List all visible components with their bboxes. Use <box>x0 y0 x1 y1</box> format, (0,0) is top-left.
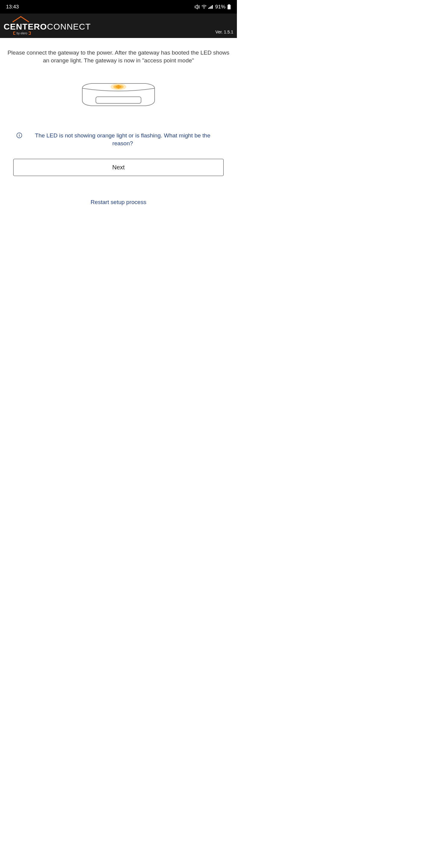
logo-subtitle: by elero <box>17 32 27 35</box>
svg-rect-12 <box>19 135 20 137</box>
mute-icon <box>195 4 200 9</box>
logo-bracket-right-icon <box>28 32 31 35</box>
signal-icon <box>208 5 213 9</box>
info-icon <box>16 132 22 138</box>
svg-rect-5 <box>228 4 230 5</box>
logo-sub-container: by elero <box>4 31 31 35</box>
logo-light: CONNECT <box>47 22 91 31</box>
svg-rect-3 <box>211 6 212 9</box>
logo-bracket-left-icon <box>13 32 16 35</box>
status-icons <box>195 4 213 9</box>
version-text: Ver. 1.5.1 <box>216 30 233 34</box>
svg-rect-1 <box>208 8 209 9</box>
status-time: 13:43 <box>6 4 19 10</box>
logo-roof-icon <box>12 16 30 23</box>
svg-rect-4 <box>212 5 213 9</box>
restart-link[interactable]: Restart setup process <box>7 199 230 206</box>
instruction-text: Please connect the gateway to the power.… <box>7 49 230 64</box>
status-right: 91% <box>195 4 231 10</box>
status-bar: 13:43 91% <box>0 0 237 13</box>
svg-point-11 <box>19 134 20 134</box>
svg-rect-6 <box>227 5 230 9</box>
content-area: Please connect the gateway to the power.… <box>0 38 237 206</box>
svg-point-0 <box>204 8 204 8</box>
app-header: CENTEROCONNECT by elero Ver. 1.5.1 <box>0 13 237 38</box>
help-link-text: The LED is not showing orange light or i… <box>25 132 221 147</box>
gateway-device-image <box>73 79 164 119</box>
svg-rect-2 <box>210 7 210 9</box>
status-battery-text: 91% <box>215 4 225 10</box>
svg-rect-9 <box>96 97 141 103</box>
logo-bold: CENTERO <box>4 22 47 31</box>
next-button[interactable]: Next <box>13 159 224 176</box>
logo-container: CENTEROCONNECT by elero <box>4 23 91 35</box>
wifi-icon <box>201 5 207 9</box>
help-link[interactable]: The LED is not showing orange light or i… <box>7 132 230 147</box>
logo-text: CENTEROCONNECT <box>4 23 91 31</box>
battery-icon <box>227 4 231 10</box>
